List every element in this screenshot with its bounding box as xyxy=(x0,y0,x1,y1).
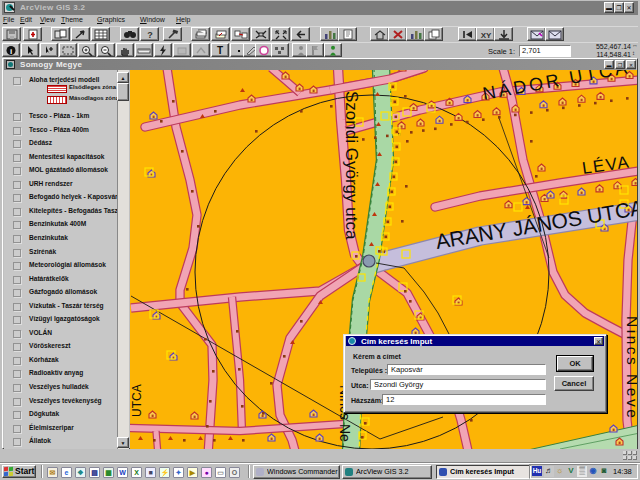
svg-text:i: i xyxy=(10,47,12,56)
svg-text:?: ? xyxy=(147,30,153,40)
svg-text:Szondi György utca: Szondi György utca xyxy=(342,91,361,240)
svg-text:T: T xyxy=(217,45,223,56)
svg-text:UTCA: UTCA xyxy=(130,384,144,417)
svg-text:Nincs Neve: Nincs Neve xyxy=(624,316,637,420)
svg-text:XY: XY xyxy=(480,31,491,40)
